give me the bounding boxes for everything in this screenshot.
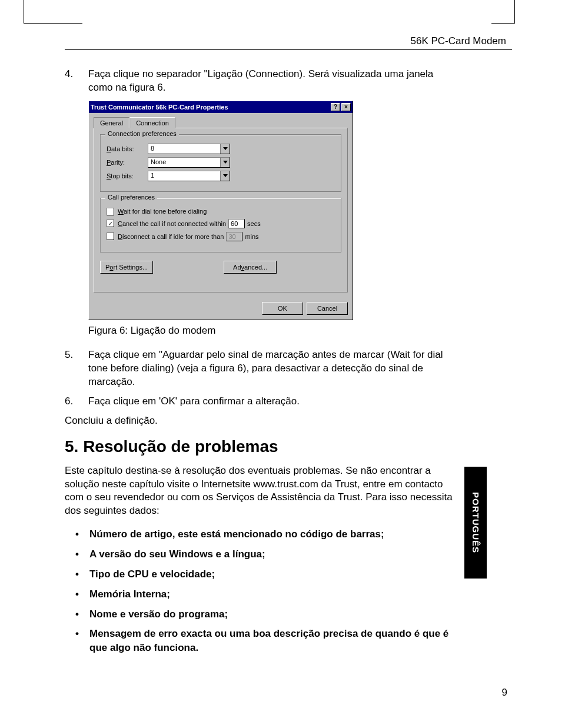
step-6: 6. Faça clique em 'OK' para confirmar a … xyxy=(65,395,456,408)
check-wait-dialtone[interactable]: Wait for dial tone before dialing xyxy=(107,208,335,215)
advanced-button[interactable]: Advanced... xyxy=(224,261,277,274)
port-settings-button[interactable]: Port Settings... xyxy=(100,261,153,274)
section-with-sidebar: Este capítulo destina-se à resolução dos… xyxy=(65,464,512,661)
button-row: Port Settings... Advanced... xyxy=(100,261,341,274)
close-icon[interactable]: × xyxy=(341,103,351,111)
section-heading: 5. Resolução de problemas xyxy=(65,437,456,456)
label-mins: mins xyxy=(245,233,258,240)
chevron-down-icon[interactable] xyxy=(220,171,230,181)
dialog-footer: OK Cancel xyxy=(89,297,353,320)
group-connection-prefs: Connection preferences Data bits: 8 Pari… xyxy=(100,134,341,192)
properties-dialog: Trust Communicator 56k PC-Card Propertie… xyxy=(88,101,353,320)
section-main: Este capítulo destina-se à resolução dos… xyxy=(65,464,456,661)
header-product: 56K PC-Card Modem xyxy=(65,35,512,47)
combo-stopbits-value: 1 xyxy=(148,171,220,181)
chevron-down-icon[interactable] xyxy=(220,158,230,167)
step-6-text: Faça clique em 'OK' para confirmar a alt… xyxy=(88,395,456,408)
checkbox-icon[interactable] xyxy=(107,208,114,215)
tab-panel-connection: Connection preferences Data bits: 8 Pari… xyxy=(94,128,348,292)
checkbox-icon[interactable]: ✓ xyxy=(107,220,114,227)
cancel-button[interactable]: Cancel xyxy=(307,302,348,315)
conclusion: Concluiu a definição. xyxy=(65,414,456,428)
help-icon[interactable]: ? xyxy=(331,103,340,111)
svg-marker-0 xyxy=(223,147,228,150)
group-call-label: Call preferences xyxy=(105,194,157,201)
page-number: 9 xyxy=(502,687,507,699)
tab-general[interactable]: General xyxy=(94,117,129,128)
input-disconnect-mins: 30 xyxy=(226,232,242,241)
page-content: 56K PC-Card Modem 4. Faça clique no sepa… xyxy=(65,35,512,661)
bullet-list: Número de artigo, este está mencionado n… xyxy=(75,527,456,655)
language-marker: PORTUGUÊS xyxy=(464,467,487,579)
step-5-text: Faça clique em "Aguardar pelo sinal de m… xyxy=(88,348,456,389)
combo-parity-value: None xyxy=(148,158,220,167)
label-stopbits: Stop bits: xyxy=(107,172,148,179)
crop-mark-right xyxy=(491,0,515,24)
step-6-num: 6. xyxy=(65,395,88,408)
bullet-item: Nome e versão do programa; xyxy=(75,607,456,621)
section-intro: Este capítulo destina-se à resolução dos… xyxy=(65,464,456,518)
check-cancel-call[interactable]: ✓ Cancel the call if not connected withi… xyxy=(107,219,335,228)
ok-button[interactable]: OK xyxy=(262,302,303,315)
label-parity: Parity: xyxy=(107,159,148,166)
chevron-down-icon[interactable] xyxy=(220,144,230,154)
dialog-body: General Connection Connection preference… xyxy=(89,113,353,297)
tab-strip: General Connection xyxy=(94,117,348,128)
dialog-titlebar: Trust Communicator 56k PC-Card Propertie… xyxy=(89,101,353,113)
svg-marker-1 xyxy=(223,161,228,164)
dialog-title: Trust Communicator 56k PC-Card Propertie… xyxy=(91,104,330,111)
label-secs: secs xyxy=(247,220,261,227)
combo-parity[interactable]: None xyxy=(148,157,230,168)
step-5-num: 5. xyxy=(65,348,88,389)
bullet-item: Número de artigo, este está mencionado n… xyxy=(75,527,456,541)
step-4-text: Faça clique no separador "Ligação (Conne… xyxy=(88,68,456,95)
svg-marker-2 xyxy=(223,174,228,177)
bullet-item: A versão do seu Windows e a língua; xyxy=(75,547,456,561)
combo-databits-value: 8 xyxy=(148,144,220,154)
step-4-num: 4. xyxy=(65,68,88,95)
step-5: 5. Faça clique em "Aguardar pelo sinal d… xyxy=(65,348,456,389)
bullet-item: Mensagem de erro exacta ou uma boa descr… xyxy=(75,627,456,655)
content-block: 4. Faça clique no separador "Ligação (Co… xyxy=(65,68,456,456)
group-call-prefs: Call preferences Wait for dial tone befo… xyxy=(100,198,341,252)
step-4: 4. Faça clique no separador "Ligação (Co… xyxy=(65,68,456,95)
input-cancel-secs[interactable]: 60 xyxy=(228,219,245,228)
bullet-item: Memória Interna; xyxy=(75,587,456,601)
label-databits: Data bits: xyxy=(107,145,148,152)
tab-connection[interactable]: Connection xyxy=(129,117,175,128)
check-disconnect-idle[interactable]: Disconnect a call if idle for more than … xyxy=(107,232,335,241)
crop-mark-left xyxy=(24,0,82,24)
group-connection-label: Connection preferences xyxy=(105,130,179,137)
checkbox-icon[interactable] xyxy=(107,232,114,240)
combo-stopbits[interactable]: 1 xyxy=(148,171,230,181)
header-rule xyxy=(65,49,512,50)
bullet-item: Tipo de CPU e velocidade; xyxy=(75,567,456,581)
figure-caption: Figura 6: Ligação do modem xyxy=(88,325,456,337)
combo-databits[interactable]: 8 xyxy=(148,144,230,154)
